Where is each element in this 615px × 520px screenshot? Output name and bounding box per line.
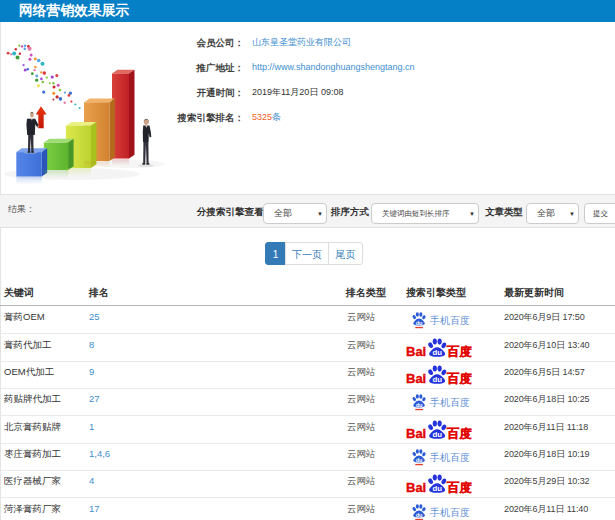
svg-text:手机百度: 手机百度 (429, 314, 470, 325)
svg-text:手机百度: 手机百度 (429, 507, 470, 518)
svg-text:手机百度: 手机百度 (429, 396, 470, 407)
svg-text:手机百度: 手机百度 (429, 451, 470, 462)
